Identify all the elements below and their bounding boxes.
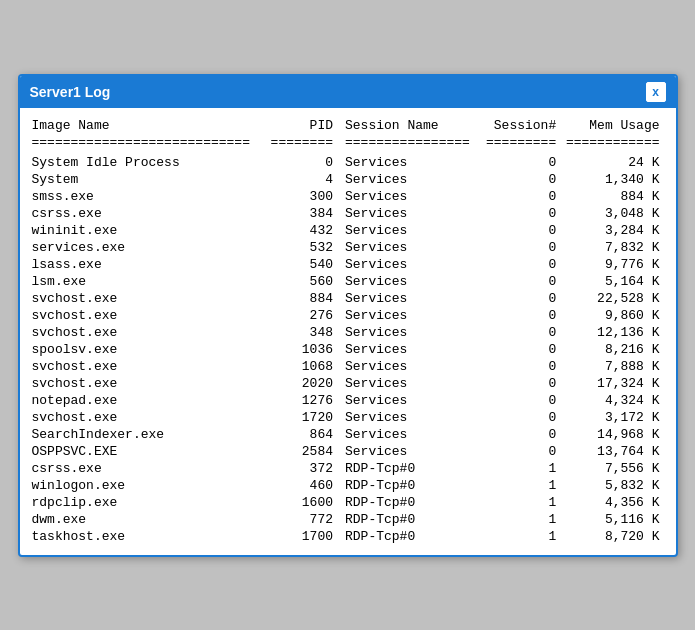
table-body: System Idle Process0Services024 KSystem4… [32,154,664,545]
cell-pid: 0 [267,154,337,171]
cell-mem: 9,860 K [560,307,663,324]
col-header-session-num: Session# [482,118,561,135]
col-header-mem: Mem Usage [560,118,663,135]
table-row: System4Services01,340 K [32,171,664,188]
table-separator: ============================ ======== ==… [32,135,664,154]
cell-pid: 1600 [267,494,337,511]
process-table: Image Name PID Session Name Session# Mem… [32,118,664,545]
cell-session: Services [337,409,482,426]
cell-session: Services [337,443,482,460]
cell-mem: 13,764 K [560,443,663,460]
table-row: services.exe532Services07,832 K [32,239,664,256]
sep-image: ============================ [32,135,267,154]
cell-pid: 2020 [267,375,337,392]
cell-session-num: 0 [482,324,561,341]
cell-mem: 5,832 K [560,477,663,494]
cell-image: System Idle Process [32,154,267,171]
cell-pid: 276 [267,307,337,324]
cell-session-num: 0 [482,443,561,460]
cell-mem: 7,832 K [560,239,663,256]
cell-image: svchost.exe [32,409,267,426]
window-title: Server1 Log [30,84,111,100]
cell-pid: 560 [267,273,337,290]
cell-image: svchost.exe [32,358,267,375]
cell-session: Services [337,256,482,273]
cell-session-num: 0 [482,341,561,358]
cell-pid: 864 [267,426,337,443]
cell-image: lsm.exe [32,273,267,290]
cell-session-num: 1 [482,477,561,494]
cell-pid: 372 [267,460,337,477]
cell-mem: 7,888 K [560,358,663,375]
col-header-session: Session Name [337,118,482,135]
cell-session-num: 0 [482,290,561,307]
table-row: OSPPSVC.EXE2584Services013,764 K [32,443,664,460]
cell-session-num: 0 [482,426,561,443]
cell-session-num: 0 [482,409,561,426]
close-button[interactable]: x [646,82,666,102]
cell-session: RDP-Tcp#0 [337,511,482,528]
cell-mem: 3,284 K [560,222,663,239]
cell-image: OSPPSVC.EXE [32,443,267,460]
cell-session-num: 1 [482,528,561,545]
cell-mem: 3,172 K [560,409,663,426]
cell-session: Services [337,307,482,324]
cell-image: wininit.exe [32,222,267,239]
cell-mem: 884 K [560,188,663,205]
sep-session-num: ========= [482,135,561,154]
cell-mem: 5,116 K [560,511,663,528]
table-row: svchost.exe348Services012,136 K [32,324,664,341]
cell-mem: 22,528 K [560,290,663,307]
cell-session: Services [337,239,482,256]
cell-session: Services [337,205,482,222]
cell-session: Services [337,358,482,375]
cell-pid: 384 [267,205,337,222]
cell-pid: 432 [267,222,337,239]
cell-session-num: 0 [482,154,561,171]
cell-session-num: 0 [482,239,561,256]
cell-session: Services [337,341,482,358]
cell-image: notepad.exe [32,392,267,409]
cell-image: System [32,171,267,188]
cell-image: lsass.exe [32,256,267,273]
cell-pid: 348 [267,324,337,341]
cell-session: Services [337,154,482,171]
cell-session: RDP-Tcp#0 [337,477,482,494]
cell-pid: 540 [267,256,337,273]
table-row: taskhost.exe1700RDP-Tcp#018,720 K [32,528,664,545]
cell-mem: 24 K [560,154,663,171]
cell-session-num: 0 [482,188,561,205]
cell-image: services.exe [32,239,267,256]
cell-pid: 532 [267,239,337,256]
cell-mem: 4,324 K [560,392,663,409]
cell-mem: 4,356 K [560,494,663,511]
cell-pid: 1276 [267,392,337,409]
cell-session-num: 0 [482,392,561,409]
col-header-image: Image Name [32,118,267,135]
table-row: svchost.exe2020Services017,324 K [32,375,664,392]
table-row: csrss.exe384Services03,048 K [32,205,664,222]
cell-session-num: 0 [482,273,561,290]
cell-session: Services [337,324,482,341]
table-row: System Idle Process0Services024 K [32,154,664,171]
cell-pid: 460 [267,477,337,494]
cell-image: csrss.exe [32,205,267,222]
cell-mem: 7,556 K [560,460,663,477]
cell-pid: 1700 [267,528,337,545]
sep-pid: ======== [267,135,337,154]
table-row: winlogon.exe460RDP-Tcp#015,832 K [32,477,664,494]
cell-session: Services [337,222,482,239]
cell-mem: 8,720 K [560,528,663,545]
cell-image: svchost.exe [32,324,267,341]
cell-image: svchost.exe [32,375,267,392]
table-row: SearchIndexer.exe864Services014,968 K [32,426,664,443]
table-row: svchost.exe884Services022,528 K [32,290,664,307]
cell-mem: 8,216 K [560,341,663,358]
cell-pid: 1720 [267,409,337,426]
cell-mem: 12,136 K [560,324,663,341]
table-row: svchost.exe1068Services07,888 K [32,358,664,375]
cell-image: svchost.exe [32,290,267,307]
cell-session-num: 0 [482,171,561,188]
cell-session: Services [337,375,482,392]
cell-mem: 1,340 K [560,171,663,188]
